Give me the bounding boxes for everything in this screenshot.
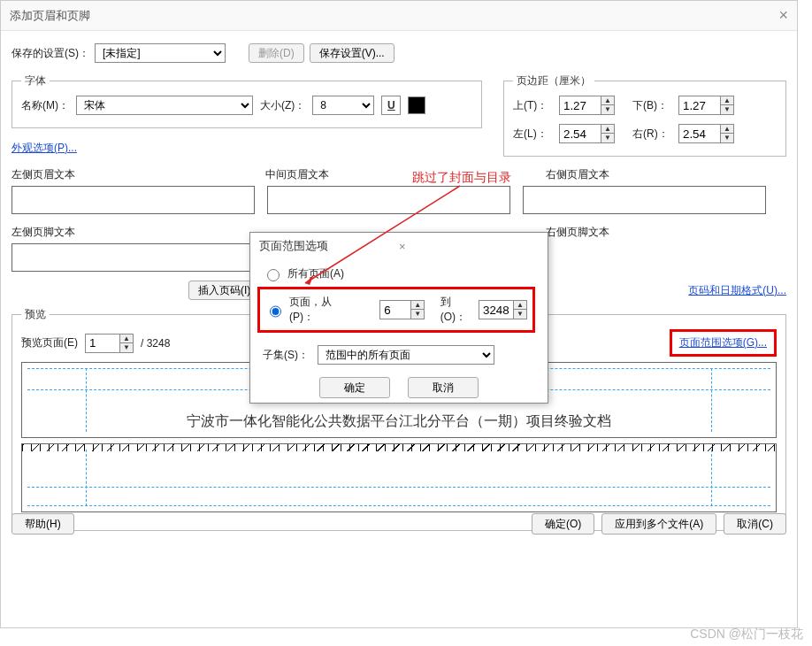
font-legend: 字体 (21, 73, 50, 88)
cancel-button[interactable]: 取消(C) (724, 513, 786, 534)
saved-select[interactable]: [未指定] (95, 43, 226, 63)
help-button[interactable]: 帮助(H) (11, 513, 74, 534)
underline-button[interactable]: U (381, 96, 401, 115)
preview-page-label: 预览页面(E) (21, 335, 78, 350)
from-spinner[interactable]: ▲▼ (379, 300, 425, 319)
margin-top-label: 上(T)： (513, 98, 554, 113)
modal-close-icon[interactable]: × (399, 240, 539, 253)
preview-footer-box (21, 443, 777, 512)
margins-group: 页边距（厘米） 上(T)： ▲▼ 下(B)： ▲▼ 左(L)： ▲▼ 右(R)：… (503, 73, 786, 157)
modal-ok-button[interactable]: 确定 (319, 377, 390, 398)
margin-right-spinner[interactable]: ▲▼ (678, 124, 734, 143)
page-date-format-link[interactable]: 页码和日期格式(U)... (688, 283, 786, 298)
preview-total: / 3248 (141, 337, 170, 350)
close-icon[interactable]: × (778, 6, 788, 25)
font-name-select[interactable]: 宋体 (76, 96, 253, 115)
page-range-options-link[interactable]: 页面范围选项(G)... (670, 329, 777, 357)
left-header-label: 左侧页眉文本 (11, 167, 75, 182)
pages-from-radio[interactable] (270, 305, 281, 318)
dialog-title: 添加页眉和页脚 (10, 8, 778, 24)
margin-bottom-label: 下(B)： (632, 98, 673, 113)
margins-legend: 页边距（厘米） (513, 73, 594, 88)
annotation-text: 跳过了封面与目录 (412, 170, 511, 186)
font-size-label: 大小(Z)： (260, 98, 305, 113)
right-footer-label: 右侧页脚文本 (546, 225, 609, 240)
title-bar: 添加页眉和页脚 × (1, 1, 797, 31)
right-header-input[interactable] (523, 186, 766, 214)
to-spinner[interactable]: ▲▼ (479, 300, 527, 319)
appearance-options-link[interactable]: 外观选项(P)... (11, 142, 77, 154)
margin-left-spinner[interactable]: ▲▼ (559, 124, 615, 143)
preview-page-spinner[interactable]: ▲▼ (85, 334, 134, 353)
all-pages-radio[interactable] (267, 269, 280, 281)
preview-sample-text: 宁波市一体化智能化公共数据平台江北分平台（一期）项目终验文档 (22, 412, 776, 431)
delete-button[interactable]: 删除(D) (249, 43, 304, 63)
subset-select[interactable]: 范围中的所有页面 (318, 345, 494, 365)
save-settings-button[interactable]: 保存设置(V)... (310, 43, 395, 63)
modal-title: 页面范围选项 (259, 238, 399, 254)
saved-settings-row: 保存的设置(S)： [未指定] 删除(D) 保存设置(V)... (11, 43, 786, 63)
font-name-label: 名称(M)： (21, 98, 69, 113)
center-header-label: 中间页眉文本 (265, 167, 329, 182)
color-swatch[interactable] (408, 96, 425, 114)
preview-legend: 预览 (21, 307, 50, 322)
center-header-input[interactable] (267, 186, 510, 214)
margin-bottom-spinner[interactable]: ▲▼ (678, 96, 734, 115)
margin-top-spinner[interactable]: ▲▼ (559, 96, 615, 115)
saved-label: 保存的设置(S)： (11, 46, 89, 61)
margin-left-label: 左(L)： (513, 127, 554, 142)
pages-from-label: 页面，从(P)： (289, 295, 350, 325)
all-pages-label: 所有页面(A) (287, 266, 344, 281)
modal-title-bar: 页面范围选项 × (250, 233, 548, 259)
to-label: 到(O)： (440, 295, 473, 325)
right-header-label: 右侧页眉文本 (546, 167, 609, 182)
font-size-select[interactable]: 8 (312, 96, 374, 115)
font-group: 字体 名称(M)： 宋体 大小(Z)： 8 U (11, 73, 482, 128)
left-footer-input[interactable] (11, 243, 255, 272)
watermark-text: CSDN @松门一枝花 (690, 627, 803, 642)
modal-cancel-button[interactable]: 取消 (408, 377, 479, 398)
left-header-input[interactable] (11, 186, 255, 214)
apply-multiple-button[interactable]: 应用到多个文件(A) (601, 513, 716, 534)
bottom-bar: 帮助(H) 确定(O) 应用到多个文件(A) 取消(C) (11, 513, 786, 534)
ok-button[interactable]: 确定(O) (532, 513, 594, 534)
subset-label: 子集(S)： (263, 348, 309, 363)
page-range-modal: 页面范围选项 × 所有页面(A) 页面，从(P)： ▲▼ 到(O)： ▲▼ 子集… (249, 232, 548, 404)
margin-right-label: 右(R)： (632, 127, 673, 142)
left-footer-label: 左侧页脚文本 (11, 225, 75, 240)
